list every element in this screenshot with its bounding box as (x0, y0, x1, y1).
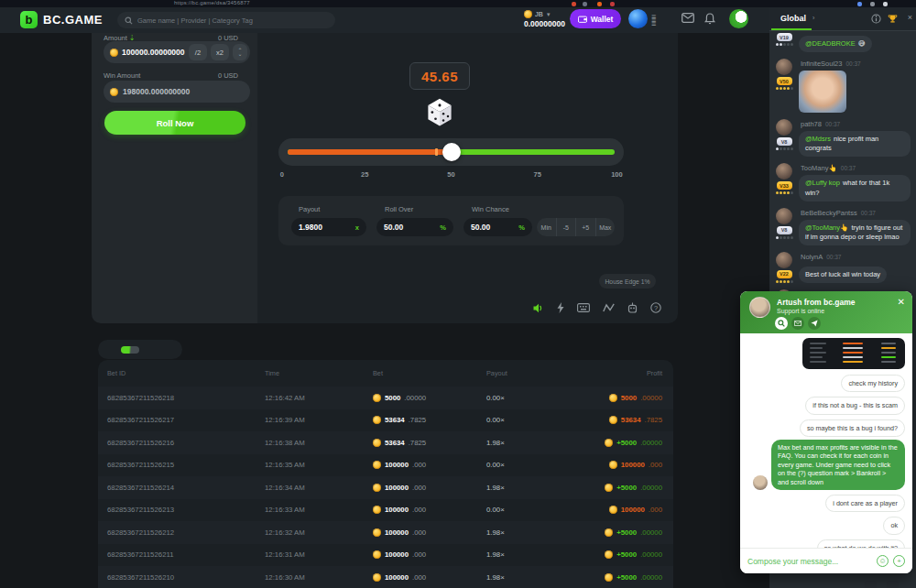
chat-username[interactable]: TooMany👆 (801, 164, 837, 172)
extension-icon[interactable] (572, 2, 576, 6)
plus-5-button[interactable]: +5 (575, 218, 595, 236)
bet-id[interactable]: 68285367211526216 (107, 439, 265, 447)
bet-id[interactable]: 68285367211526215 (107, 461, 265, 469)
chat-mention[interactable]: @Luffy kop (805, 179, 840, 187)
chat-image-attachment[interactable] (799, 71, 846, 113)
min-button[interactable]: Min (537, 218, 556, 236)
bet-row[interactable]: 68285367211526217 12:16:39 AM 53634.7825… (98, 409, 673, 432)
extension-icon[interactable] (883, 2, 888, 6)
bc-game-logo[interactable]: b BC.GAME (20, 11, 103, 28)
search-input[interactable] (137, 16, 328, 25)
notifications-bell-icon[interactable] (704, 13, 715, 25)
jb-coin-icon (373, 528, 381, 537)
bet-amount-input[interactable]: 100000.00000000 (122, 48, 185, 57)
amount-stepper[interactable]: ⌃⌄ (233, 44, 247, 60)
bets-tab[interactable] (121, 346, 139, 354)
roll-over-input[interactable]: 50.00 % (376, 218, 453, 236)
list-menu-icon[interactable]: ≡≡≡ (651, 15, 660, 26)
roll-now-button[interactable]: Roll Now (104, 111, 245, 135)
hotkeys-keyboard-icon[interactable] (577, 303, 590, 312)
bet-row[interactable]: 68285367211526218 12:16:42 AM 5000.00000… (98, 387, 673, 409)
bet-id[interactable]: 68285367211526210 (107, 573, 265, 582)
support-send-button[interactable] (808, 317, 821, 330)
bet-id[interactable]: 68285367211526214 (107, 484, 265, 492)
chat-user-avatar[interactable] (776, 208, 792, 224)
support-close-icon[interactable]: ✕ (898, 297, 905, 307)
bet-id[interactable]: 68285367211526212 (107, 528, 265, 537)
chat-message: V8 BeBeBeckyPantss00:37 @TooMany👆tryin t… (774, 208, 911, 245)
bet-row[interactable]: 68285367211526210 12:16:30 AM 100000.000… (98, 566, 673, 588)
support-email-button[interactable] (791, 317, 804, 330)
trophy-icon[interactable] (888, 14, 898, 24)
chat-mention[interactable]: @Mdsrs (805, 135, 831, 143)
bet-id[interactable]: 68285367211526211 (107, 550, 265, 559)
dice-game-area: 45.65 0 (257, 33, 678, 323)
chat-mention[interactable]: @TooMany👆 (805, 223, 848, 232)
chat-close-icon[interactable]: × (908, 13, 912, 22)
chat-message-body: InfiniteSoul2300:37 (799, 59, 911, 113)
chat-rules-info-icon[interactable] (871, 14, 881, 24)
chat-user-avatar[interactable] (776, 163, 792, 180)
chat-mention[interactable]: @DEADBROKE (805, 39, 856, 48)
extension-icon[interactable] (597, 2, 602, 6)
turbo-lightning-icon[interactable] (557, 302, 564, 313)
bets-tab[interactable] (101, 346, 119, 354)
game-search[interactable] (117, 12, 335, 28)
support-search-button[interactable] (775, 317, 788, 330)
chat-user-avatar[interactable] (776, 252, 792, 268)
profile-avatar[interactable] (729, 9, 748, 28)
extension-icon[interactable] (610, 2, 615, 6)
bet-id[interactable]: 68285367211526218 (107, 394, 265, 402)
chat-timestamp: 00:37 (825, 121, 840, 127)
roll-over-slider[interactable] (278, 138, 624, 166)
bets-tab[interactable] (141, 346, 159, 354)
tick-25: 25 (361, 170, 368, 179)
slider-scale: 0 25 50 75 100 (278, 170, 624, 180)
launcher-icon[interactable] (887, 581, 899, 588)
launcher-icon[interactable] (865, 581, 877, 588)
bet-id[interactable]: 68285367211526217 (107, 416, 265, 424)
chat-user-avatar[interactable] (776, 59, 792, 75)
help-icon[interactable]: ? (650, 302, 661, 313)
chat-message-body: @DEADBROKE😅 (799, 33, 911, 52)
balance-selector[interactable]: JB ▼ 0.00000000 (524, 10, 565, 28)
chat-user-avatar[interactable] (776, 119, 792, 136)
bet-row[interactable]: 68285367211526212 12:16:32 AM 100000.000… (98, 521, 673, 544)
win-chance-input[interactable]: 50.00 % (463, 218, 532, 236)
attach-plus-icon[interactable]: + (893, 555, 905, 567)
chevron-down-icon: ▼ (546, 12, 551, 17)
auto-bet-robot-icon[interactable] (627, 302, 638, 313)
bet-time: 12:16:32 AM (265, 528, 373, 537)
bet-slip-avatar[interactable] (628, 9, 648, 28)
slider-track[interactable] (288, 149, 615, 155)
bet-row[interactable]: 68285367211526215 12:16:35 AM 100000.000… (98, 454, 673, 477)
chat-room-selector[interactable]: Global (780, 14, 806, 23)
minus-5-button[interactable]: -5 (556, 218, 576, 236)
extension-icon[interactable] (857, 2, 862, 6)
chat-username[interactable]: BeBeBeckyPantss (801, 209, 857, 217)
bets-tab[interactable] (161, 346, 180, 354)
bet-id[interactable]: 68285367211526213 (107, 506, 265, 514)
bet-row[interactable]: 68285367211526216 12:16:38 AM 53634.7825… (98, 431, 673, 454)
bet-row[interactable]: 68285367211526214 12:16:34 AM 100000.000… (98, 476, 673, 499)
support-screenshot-attachment[interactable] (802, 338, 905, 369)
wallet-button[interactable]: Wallet (570, 9, 621, 28)
extension-icon[interactable] (583, 2, 587, 6)
live-stats-icon[interactable] (603, 303, 615, 312)
sound-icon[interactable] (533, 303, 544, 313)
stepper-down-icon[interactable]: ⌄ (237, 52, 242, 56)
chat-username[interactable]: NolynA (801, 253, 823, 261)
extension-icon[interactable] (870, 2, 875, 6)
emoji-smiley-icon[interactable]: ☺ (877, 555, 889, 567)
compose-message-input[interactable] (747, 557, 872, 566)
max-button[interactable]: Max (595, 218, 616, 236)
bet-row[interactable]: 68285367211526213 12:16:33 AM 100000.000… (98, 499, 673, 522)
bet-row[interactable]: 68285367211526211 12:16:31 AM 100000.000… (98, 544, 673, 567)
half-bet-button[interactable]: /2 (189, 44, 207, 60)
chat-username[interactable]: InfiniteSoul23 (801, 60, 842, 68)
double-bet-button[interactable]: x2 (211, 44, 229, 60)
messages-icon[interactable] (682, 13, 694, 23)
payout-input[interactable]: 1.9800 x (291, 218, 366, 236)
chat-username[interactable]: path78 (801, 120, 822, 128)
slider-handle[interactable] (442, 143, 461, 161)
